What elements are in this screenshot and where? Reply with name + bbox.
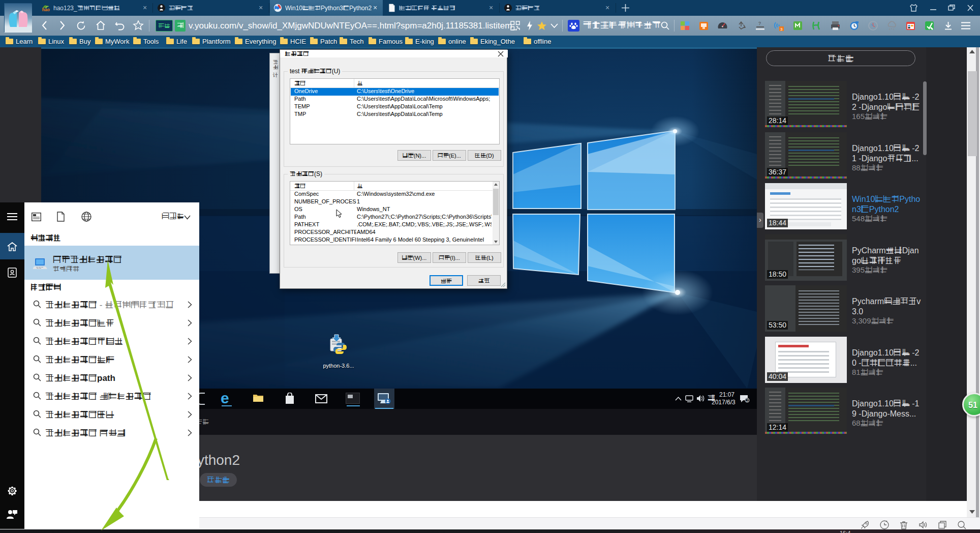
svg-text:3: 3 (780, 27, 783, 32)
svg-text:hao: hao (42, 7, 50, 12)
svg-text:2: 2 (746, 398, 749, 403)
svg-text:?: ? (758, 21, 761, 25)
